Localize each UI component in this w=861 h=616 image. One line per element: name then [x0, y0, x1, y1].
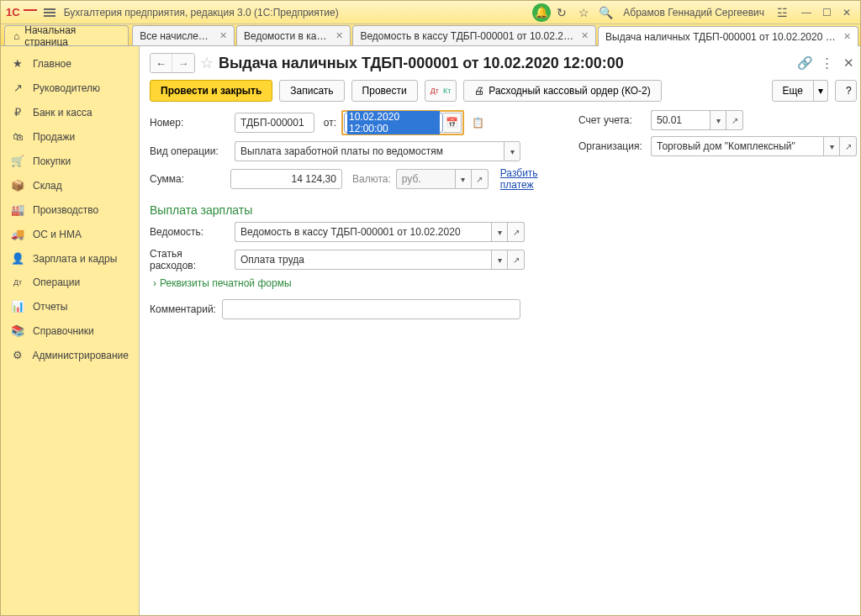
optype-combo[interactable]: Выплата заработной платы по ведомостям ▾: [235, 141, 520, 161]
org-value: Торговый дом "Комплексный": [651, 136, 823, 156]
tab-label: Выдача наличных ТДБП-000001 от 10.02.202…: [605, 31, 837, 43]
help-button[interactable]: ?: [835, 80, 857, 102]
print-ko2-button[interactable]: 🖨Расходный кассовый ордер (КО-2): [463, 80, 662, 102]
chevron-down-icon[interactable]: ▾: [491, 250, 508, 270]
save-button[interactable]: Записать: [279, 80, 344, 102]
books-icon: 📚: [11, 324, 24, 337]
close-doc-icon[interactable]: ✕: [840, 55, 857, 71]
open-icon[interactable]: ↗: [726, 110, 743, 130]
favorite-star-icon[interactable]: ☆: [200, 54, 214, 72]
close-window-button[interactable]: ✕: [838, 6, 855, 19]
history-icon[interactable]: ↻: [552, 3, 571, 22]
link-icon[interactable]: 🔗: [796, 55, 813, 71]
factory-icon: 🏭: [11, 203, 24, 216]
document-title: Выдача наличных ТДБП-000001 от 10.02.202…: [219, 55, 624, 72]
print-label: Расходный кассовый ордер (КО-2): [489, 85, 651, 97]
sum-field[interactable]: 14 124,30: [230, 169, 342, 189]
label-sum: Сумма:: [150, 173, 225, 185]
chevron-right-icon: ›: [153, 277, 156, 289]
account-combo[interactable]: 50.01 ▾ ↗: [651, 110, 743, 130]
more-icon[interactable]: ⋮: [818, 55, 835, 71]
tab-2[interactable]: Ведомость в кассу ТДБП-000001 от 10.02.2…: [352, 25, 596, 45]
logo-1c: 1C: [6, 6, 20, 18]
sidebar-item-reports[interactable]: 📊Отчеты: [1, 294, 139, 319]
sidebar-label: Склад: [33, 180, 62, 192]
forward-button[interactable]: →: [172, 54, 194, 72]
sidebar-label: Покупки: [33, 155, 71, 167]
open-icon[interactable]: ↗: [508, 222, 525, 242]
sidebar-item-sales[interactable]: 🛍Продажи: [1, 124, 139, 149]
label-account: Счет учета:: [578, 114, 646, 126]
label-expense: Статья расходов:: [150, 248, 230, 271]
close-icon[interactable]: ✕: [219, 30, 227, 41]
tab-label: Все начисления: [140, 30, 213, 42]
bell-icon[interactable]: 🔔: [532, 3, 551, 22]
post-button[interactable]: Провести: [351, 80, 418, 102]
sidebar-item-admin[interactable]: ⚙Администрирование: [1, 343, 139, 367]
sidebar-item-bank[interactable]: ₽Банк и касса: [1, 100, 139, 124]
date-field[interactable]: 10.02.2020 12:00:00: [344, 113, 443, 133]
expand-print-details[interactable]: › Реквизиты печатной формы: [153, 277, 857, 289]
home-tab[interactable]: ⌂ Начальная страница: [4, 25, 129, 45]
sidebar-item-main[interactable]: ★Главное: [1, 51, 139, 76]
sidebar-item-salary[interactable]: 👤Зарплата и кадры: [1, 246, 139, 271]
number-field[interactable]: ТДБП-000001: [235, 113, 314, 133]
sidebar-item-catalogs[interactable]: 📚Справочники: [1, 319, 139, 343]
stamp-icon[interactable]: 📋: [469, 117, 486, 129]
open-icon[interactable]: ↗: [472, 169, 489, 189]
org-combo[interactable]: Торговый дом "Комплексный" ▾ ↗: [651, 136, 857, 156]
chevron-down-icon[interactable]: ▾: [455, 169, 472, 189]
tabbar: ⌂ Начальная страница Все начисления ✕ Ве…: [1, 24, 860, 46]
label-comment: Комментарий:: [150, 303, 217, 315]
tab-3-active[interactable]: Выдача наличных ТДБП-000001 от 10.02.202…: [598, 26, 858, 46]
tab-1[interactable]: Ведомости в кассу ✕: [236, 25, 351, 45]
minimize-button[interactable]: —: [798, 6, 815, 19]
titlebar: 1C Бухгалтерия предприятия, редакция 3.0…: [1, 1, 860, 24]
maximize-button[interactable]: ☐: [818, 6, 835, 19]
sidebar-item-assets[interactable]: 🚚ОС и НМА: [1, 222, 139, 246]
user-name[interactable]: Абрамов Геннадий Сергеевич: [623, 7, 764, 18]
vedomost-combo[interactable]: Ведомость в кассу ТДБП-000001 от 10.02.2…: [235, 222, 525, 242]
chevron-down-icon[interactable]: ▾: [823, 136, 840, 156]
bag-icon: 🛍: [11, 130, 24, 143]
expense-combo[interactable]: Оплата труда ▾ ↗: [235, 250, 525, 270]
back-button[interactable]: ←: [151, 54, 172, 72]
sidebar-item-purchases[interactable]: 🛒Покупки: [1, 149, 139, 173]
cart-icon: 🛒: [11, 155, 24, 167]
more-button[interactable]: Еще: [772, 80, 814, 102]
close-icon[interactable]: ✕: [335, 30, 343, 41]
post-and-close-button[interactable]: Провести и закрыть: [150, 80, 272, 102]
chevron-down-icon[interactable]: ▾: [710, 110, 726, 130]
dtkt-icon: Дт: [11, 278, 24, 287]
chevron-down-icon[interactable]: ▾: [504, 141, 520, 161]
close-icon[interactable]: ✕: [843, 31, 851, 42]
open-icon[interactable]: ↗: [840, 136, 857, 156]
close-icon[interactable]: ✕: [581, 30, 589, 41]
comment-field[interactable]: [222, 299, 520, 319]
sidebar-label: Производство: [33, 204, 98, 216]
calendar-icon[interactable]: 📅: [443, 113, 462, 133]
currency-combo: руб. ▾ ↗: [396, 169, 489, 189]
tab-0[interactable]: Все начисления ✕: [132, 25, 235, 45]
sidebar-item-operations[interactable]: ДтОперации: [1, 271, 139, 294]
sidebar-item-production[interactable]: 🏭Производство: [1, 197, 139, 222]
open-icon[interactable]: ↗: [508, 250, 525, 270]
sidebar-item-warehouse[interactable]: 📦Склад: [1, 173, 139, 197]
star-icon[interactable]: ☆: [574, 3, 593, 22]
settings-lines-icon[interactable]: ☳: [773, 3, 791, 22]
menu-icon[interactable]: [44, 8, 55, 17]
box-icon: 📦: [11, 179, 24, 192]
logo-underline: [24, 9, 37, 11]
split-payment-link[interactable]: Разбить платеж: [500, 167, 570, 191]
date-field-wrapper: 10.02.2020 12:00:00 📅: [341, 110, 464, 135]
sidebar-label: Продажи: [33, 131, 75, 143]
nav-arrows: ← →: [150, 53, 195, 73]
section-title: Выплата зарплаты: [150, 203, 857, 217]
printer-icon: 🖨: [474, 85, 484, 97]
tab-label: Ведомость в кассу ТДБП-000001 от 10.02.2…: [360, 30, 574, 42]
more-dropdown[interactable]: ▾: [814, 80, 828, 102]
search-icon[interactable]: 🔍: [596, 3, 615, 22]
chevron-down-icon[interactable]: ▾: [491, 222, 508, 242]
sidebar-item-manager[interactable]: ↗Руководителю: [1, 76, 139, 100]
dtkt-button[interactable]: ДтКт: [425, 80, 457, 102]
